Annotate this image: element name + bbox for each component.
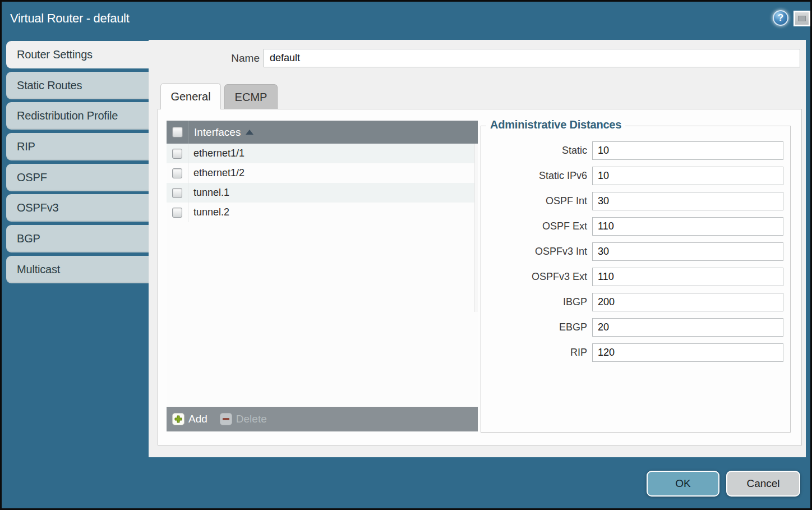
select-all-checkbox[interactable] xyxy=(172,127,183,137)
ibgp-label: IBGP xyxy=(563,296,587,308)
general-tab-panel: Interfaces ethernet1/1 ethernet1/2 tunne… xyxy=(158,109,802,445)
ospfv3-int-input[interactable] xyxy=(592,242,783,261)
help-icon[interactable]: ? xyxy=(773,10,788,26)
table-row[interactable]: tunnel.1 xyxy=(167,183,478,203)
ebgp-input[interactable] xyxy=(592,318,783,337)
static-input[interactable] xyxy=(592,141,783,160)
sidebar-item-bgp[interactable]: BGP xyxy=(6,225,149,252)
interfaces-header[interactable]: Interfaces xyxy=(167,121,478,144)
sidebar-item-ospfv3[interactable]: OSPFv3 xyxy=(6,194,149,222)
static-ipv6-label: Static IPv6 xyxy=(539,170,587,182)
cancel-button[interactable]: Cancel xyxy=(726,471,800,497)
minus-icon xyxy=(220,413,232,425)
delete-button[interactable]: Delete xyxy=(220,413,267,425)
table-row[interactable]: ethernet1/2 xyxy=(167,163,478,183)
tab-general[interactable]: General xyxy=(160,83,221,109)
dialog-title: Virtual Router - default xyxy=(10,11,130,26)
window-minimize-glyph xyxy=(798,16,806,21)
ospf-ext-input[interactable] xyxy=(592,217,783,236)
sort-ascending-icon xyxy=(246,130,253,135)
sidebar-item-multicast[interactable]: Multicast xyxy=(6,256,149,283)
table-row[interactable]: tunnel.2 xyxy=(167,203,478,222)
ospf-ext-label: OSPF Ext xyxy=(542,220,587,232)
ospf-int-label: OSPF Int xyxy=(546,195,587,207)
ospf-int-input[interactable] xyxy=(592,192,783,210)
interface-name: tunnel.1 xyxy=(188,187,229,199)
group-legend: Administrative Distances xyxy=(486,118,625,131)
sidebar-item-rip[interactable]: RIP xyxy=(6,133,149,160)
interfaces-rows: ethernet1/1 ethernet1/2 tunnel.1 tunnel.… xyxy=(167,144,478,407)
row-checkbox[interactable] xyxy=(172,188,182,198)
static-label: Static xyxy=(562,145,587,157)
row-checkbox[interactable] xyxy=(172,168,182,178)
ok-button[interactable]: OK xyxy=(647,471,719,497)
ebgp-label: EBGP xyxy=(559,321,587,333)
static-ipv6-input[interactable] xyxy=(592,167,783,185)
table-scrollbar[interactable] xyxy=(474,144,478,312)
row-checkbox[interactable] xyxy=(172,208,182,218)
delete-label: Delete xyxy=(236,413,267,425)
sidebar-item-router-settings[interactable]: Router Settings xyxy=(6,41,150,68)
sidebar-item-ospf[interactable]: OSPF xyxy=(6,164,149,191)
rip-label: RIP xyxy=(570,347,587,359)
table-row[interactable]: ethernet1/1 xyxy=(167,144,478,163)
name-input[interactable] xyxy=(264,49,800,67)
interface-name: ethernet1/1 xyxy=(188,148,244,159)
add-button[interactable]: Add xyxy=(172,413,207,425)
interface-name: tunnel.2 xyxy=(188,206,229,218)
ospfv3-ext-label: OSPFv3 Ext xyxy=(532,271,587,283)
ospfv3-ext-input[interactable] xyxy=(592,268,783,286)
column-divider xyxy=(188,144,188,222)
table-toolbar: Add Delete xyxy=(167,407,478,431)
tab-ecmp[interactable]: ECMP xyxy=(224,84,278,109)
virtual-router-dialog: Virtual Router - default ? Router Settin… xyxy=(0,0,812,510)
sidebar-item-redistribution-profile[interactable]: Redistribution Profile xyxy=(6,102,149,130)
row-checkbox[interactable] xyxy=(172,149,182,159)
ibgp-input[interactable] xyxy=(592,293,783,311)
window-minimize-icon[interactable] xyxy=(793,11,810,26)
add-label: Add xyxy=(188,413,207,425)
ospfv3-int-label: OSPFv3 Int xyxy=(535,246,587,258)
sidebar-item-static-routes[interactable]: Static Routes xyxy=(6,72,149,99)
administrative-distances-group: Administrative Distances Static Static I… xyxy=(481,126,791,433)
interfaces-table: Interfaces ethernet1/1 ethernet1/2 tunne… xyxy=(167,121,478,431)
interface-name: ethernet1/2 xyxy=(188,167,244,179)
plus-icon xyxy=(172,413,184,425)
interfaces-column-label: Interfaces xyxy=(194,126,241,139)
rip-input[interactable] xyxy=(592,343,783,362)
name-label: Name xyxy=(218,52,260,65)
